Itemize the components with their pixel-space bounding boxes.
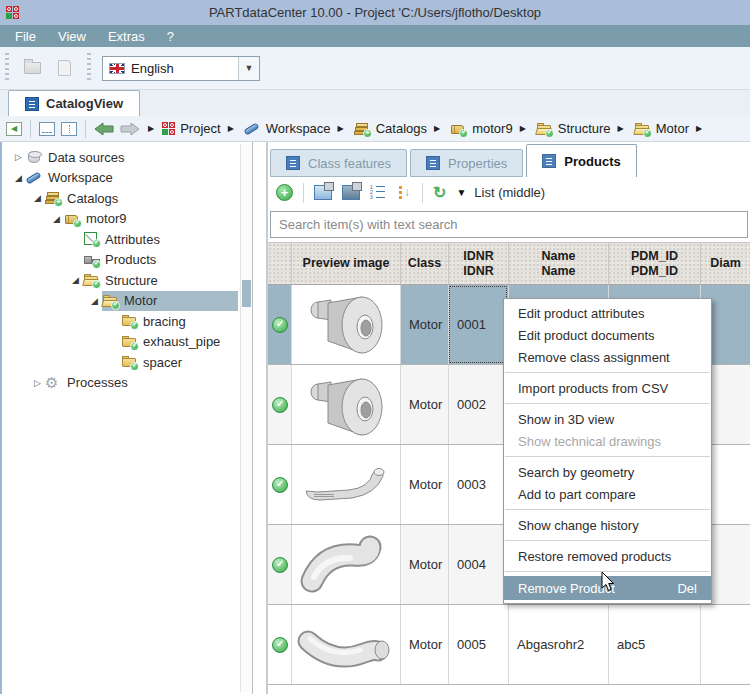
sort-order-button[interactable] [396, 185, 412, 201]
tree-item-products[interactable]: Products [3, 250, 252, 271]
column-header-name[interactable]: NameName [508, 243, 608, 284]
toolbar-grip[interactable] [5, 53, 9, 83]
menu-item-add-to-part-compare[interactable]: Add to part compare [504, 483, 711, 505]
vertical-layout-button[interactable] [61, 122, 77, 136]
tree-item-catalogs[interactable]: ◢ Catalogs [3, 188, 252, 209]
export-image-button[interactable] [314, 185, 332, 200]
menu-item-search-by-geometry[interactable]: Search by geometry [504, 461, 711, 483]
status-cell [268, 445, 291, 524]
breadcrumb-project[interactable]: Project▶ [160, 121, 236, 136]
breadcrumb-motor9[interactable]: motor9▶ [448, 121, 528, 137]
tree-item-bracing[interactable]: bracing [3, 311, 252, 332]
tree-item-workspace[interactable]: ◢ Workspace [3, 168, 252, 189]
preview-image[interactable] [291, 365, 400, 444]
open-project-button[interactable] [20, 56, 44, 80]
class-cell[interactable]: Motor [400, 285, 448, 364]
pdm-id-cell[interactable]: abc5 [608, 605, 700, 684]
tree-item-processes[interactable]: ▷ ⚙ Processes [3, 373, 252, 394]
tab-products[interactable]: Products [526, 144, 636, 177]
menu-item-edit-product-documents[interactable]: Edit product documents [504, 324, 711, 346]
column-header-preview[interactable]: Preview image [291, 243, 400, 284]
motor-part-image [294, 369, 398, 441]
diameter-cell[interactable] [700, 605, 750, 684]
tree-item-spacer[interactable]: spacer [3, 352, 252, 373]
class-cell[interactable]: Motor [400, 365, 448, 444]
status-cell [268, 525, 291, 604]
toggle-tree-panel-button[interactable]: ◀ [6, 122, 22, 136]
column-header-pdm-id[interactable]: PDM_IDPDM_ID [608, 243, 700, 284]
toolbar-grip[interactable] [87, 53, 91, 83]
table-header: Preview image Class IDNRIDNR NameName PD… [268, 243, 750, 285]
folder-icon [121, 334, 138, 350]
breadcrumb-catalogs[interactable]: Catalogs▶ [352, 121, 442, 137]
breadcrumb-motor[interactable]: Motor▶ [632, 121, 704, 137]
tree-item-structure[interactable]: ◢ Structure [3, 270, 252, 291]
refresh-icon[interactable]: ↻ [433, 185, 446, 201]
horizontal-layout-button[interactable] [39, 122, 55, 136]
menu-extras[interactable]: Extras [97, 25, 156, 47]
expand-expanded-icon[interactable]: ◢ [49, 214, 64, 224]
table-row[interactable]: Motor 0005 Abgasrohr2 abc5 [268, 605, 750, 685]
expand-expanded-icon[interactable]: ◢ [68, 275, 83, 285]
tree-item-attributes[interactable]: Attributes [3, 229, 252, 250]
menu-file[interactable]: File [4, 25, 47, 47]
menu-item-show-in-3d-view[interactable]: Show in 3D view [504, 408, 711, 430]
expand-collapsed-icon[interactable]: ▷ [11, 152, 26, 162]
view-mode-dropdown[interactable]: ▼ List (middle) [456, 185, 545, 200]
preview-image[interactable] [291, 605, 400, 684]
tab-catalog-view[interactable]: CatalogView [8, 90, 140, 116]
tab-properties[interactable]: Properties [410, 149, 523, 177]
preview-image[interactable] [291, 285, 400, 364]
menu-item-edit-product-attributes[interactable]: Edit product attributes [504, 302, 711, 324]
idnr-cell[interactable]: 0001 [448, 285, 508, 364]
column-header-class[interactable]: Class [400, 243, 448, 284]
add-product-button[interactable]: + [276, 184, 293, 201]
breadcrumb-structure[interactable]: Structure▶ [534, 121, 626, 137]
tree-item-exhaust-pipe[interactable]: exhaust_pipe [3, 332, 252, 353]
menu-item-import-products-from-csv[interactable]: Import products from CSV [504, 377, 711, 399]
language-selector[interactable]: English ▼ [102, 56, 260, 81]
expand-collapsed-icon[interactable]: ▷ [30, 378, 45, 388]
menu-item-show-change-history[interactable]: Show change history [504, 514, 711, 536]
idnr-cell[interactable]: 0005 [448, 605, 508, 684]
gear-icon: ⚙ [45, 375, 62, 391]
export-preview-button[interactable] [342, 185, 360, 200]
forward-button[interactable] [120, 122, 140, 136]
tree-item-motor[interactable]: ◢ Motor [3, 291, 252, 312]
preview-image[interactable] [291, 445, 400, 524]
numbered-list-button[interactable] [370, 185, 386, 201]
column-header-idnr[interactable]: IDNRIDNR [448, 243, 508, 284]
search-input[interactable] [270, 211, 748, 238]
breadcrumb-workspace[interactable]: Workspace▶ [242, 121, 346, 137]
idnr-cell[interactable]: 0003 [448, 445, 508, 524]
class-cell[interactable]: Motor [400, 525, 448, 604]
menu-item-restore-removed-products[interactable]: Restore removed products [504, 545, 711, 567]
tree-item-motor9[interactable]: ◢ motor9 [3, 209, 252, 230]
menu-view[interactable]: View [47, 25, 97, 47]
class-cell[interactable]: Motor [400, 445, 448, 524]
column-header-diameter[interactable]: Diam [700, 243, 750, 284]
uk-flag-icon [109, 63, 125, 74]
idnr-cell[interactable]: 0004 [448, 525, 508, 604]
scrollbar-thumb[interactable] [242, 280, 251, 307]
back-button[interactable] [94, 122, 114, 136]
language-dropdown-button[interactable]: ▼ [238, 57, 259, 80]
tab-class-features[interactable]: Class features [270, 149, 407, 177]
column-header-status[interactable] [268, 243, 291, 284]
name-cell[interactable]: Abgasrohr2 [508, 605, 608, 684]
panel-splitter[interactable] [253, 142, 267, 694]
tree-item-data-sources[interactable]: ▷ Data sources [3, 147, 252, 168]
view-mode-label: List (middle) [474, 185, 545, 200]
class-cell[interactable]: Motor [400, 605, 448, 684]
expand-expanded-icon[interactable]: ◢ [30, 193, 45, 203]
catalog-icon [64, 211, 81, 227]
expand-expanded-icon[interactable]: ◢ [11, 173, 26, 183]
tree-scrollbar[interactable] [240, 144, 252, 692]
menu-item-remove-class-assignment[interactable]: Remove class assignment [504, 346, 711, 368]
menu-help[interactable]: ? [156, 25, 185, 47]
preview-image[interactable] [291, 525, 400, 604]
expand-expanded-icon[interactable]: ◢ [87, 296, 102, 306]
breadcrumb-caret-icon[interactable]: ▶ [148, 124, 154, 133]
new-project-button[interactable] [52, 56, 76, 80]
idnr-cell[interactable]: 0002 [448, 365, 508, 444]
